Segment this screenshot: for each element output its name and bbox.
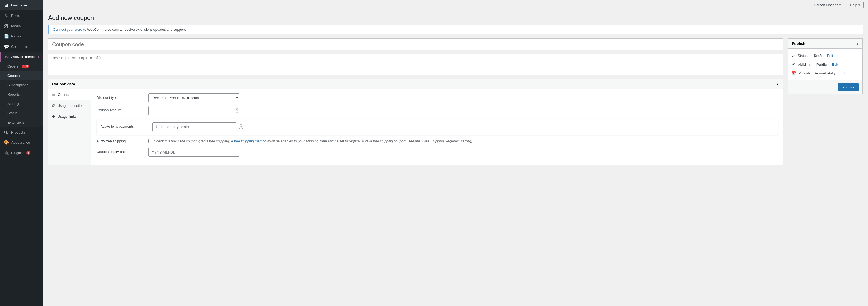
editor-main: Coupon data ▲ ☰ General ◎ Usag xyxy=(48,38,783,165)
publish-box-body: 🖊 Status: Draft Edit 👁 Visibility: Publi… xyxy=(788,48,862,80)
status-icon: 🖊 xyxy=(792,54,796,58)
coupon-data-title: Coupon data xyxy=(52,82,75,86)
plugins-badge: 1 xyxy=(27,151,31,155)
publish-collapse-arrow[interactable]: ▲ xyxy=(856,42,859,45)
discount-type-row: Discount type Percentage discount Fixed … xyxy=(96,94,778,102)
coupon-amount-help-icon: ? xyxy=(235,108,239,113)
sidebar-item-dashboard[interactable]: ⊞ Dashboard xyxy=(0,0,43,10)
products-icon: 🛍 xyxy=(4,130,8,135)
pages-icon: 📄 xyxy=(4,34,8,39)
coupon-amount-input[interactable]: 0 xyxy=(148,106,232,115)
free-shipping-method-link[interactable]: free shipping method xyxy=(234,139,266,143)
expiry-date-field xyxy=(148,148,239,157)
coupon-amount-field: 0 ? xyxy=(148,106,239,115)
sidebar-item-posts[interactable]: ✎ Posts xyxy=(0,10,43,21)
visibility-row: 👁 Visibility: Public Edit xyxy=(792,61,859,68)
sidebar-item-subscriptions[interactable]: Subscriptions xyxy=(0,80,43,90)
usage-restriction-tab-icon: ◎ xyxy=(52,103,55,108)
visibility-value: Public xyxy=(816,63,827,67)
visibility-edit-link[interactable]: Edit xyxy=(832,63,838,67)
content-wrap: Add new coupon Connect your store to Woo… xyxy=(43,10,868,306)
discount-type-field: Percentage discount Fixed cart discount … xyxy=(148,94,239,102)
status-label: Status: xyxy=(798,54,808,58)
general-tab-icon: ☰ xyxy=(52,92,56,97)
active-payments-label: Active for x payments xyxy=(100,122,149,129)
sidebar-item-coupons[interactable]: Coupons xyxy=(0,71,43,80)
free-shipping-row: Allow free shipping Check this box if th… xyxy=(96,139,778,144)
media-icon: 🖼 xyxy=(4,24,8,28)
active-payments-highlight: Active for x payments ? xyxy=(96,119,778,135)
help-chevron-icon: ▾ xyxy=(858,3,860,7)
sidebar-item-orders[interactable]: Orders 190 xyxy=(0,62,43,71)
free-shipping-checkbox[interactable] xyxy=(148,139,152,143)
publish-button[interactable]: Publish xyxy=(838,83,859,91)
woocommerce-icon: W xyxy=(5,55,8,59)
comments-icon: 💬 xyxy=(4,44,8,49)
publish-box-title: Publish xyxy=(792,41,805,46)
screen-options-chevron-icon: ▾ xyxy=(839,3,841,7)
connect-store-link[interactable]: Connect your store xyxy=(53,28,82,32)
sidebar-item-settings[interactable]: Settings xyxy=(0,99,43,108)
expiry-date-label: Coupon expiry date xyxy=(96,148,145,154)
visibility-icon: 👁 xyxy=(792,62,796,67)
coupon-data-header: Coupon data ▲ xyxy=(49,79,783,89)
tab-usage-limits[interactable]: ✚ Usage limits xyxy=(49,111,91,122)
store-notice: Connect your store to WooCommerce.com to… xyxy=(48,25,863,34)
coupon-panel: Discount type Percentage discount Fixed … xyxy=(91,89,783,165)
discount-type-select[interactable]: Percentage discount Fixed cart discount … xyxy=(148,94,239,102)
description-textarea[interactable] xyxy=(48,54,783,75)
main-content: Screen Options ▾ Help ▾ Add new coupon C… xyxy=(43,0,868,306)
publish-time-icon: 📅 xyxy=(792,71,796,75)
status-edit-link[interactable]: Edit xyxy=(827,54,833,58)
coupon-data-body: ☰ General ◎ Usage restriction ✚ Usage li… xyxy=(49,89,783,165)
publish-box-footer: Publish xyxy=(788,80,862,94)
sidebar-item-products[interactable]: 🛍 Products xyxy=(0,127,43,137)
description-wrapper xyxy=(48,54,783,76)
status-value: Draft xyxy=(814,54,822,58)
tab-usage-restriction[interactable]: ◎ Usage restriction xyxy=(49,100,91,111)
woocommerce-submenu: Orders 190 Coupons Subscriptions Reports… xyxy=(0,62,43,127)
active-payments-field: ? xyxy=(152,122,243,131)
sidebar-item-media[interactable]: 🖼 Media xyxy=(0,21,43,31)
sidebar-item-appearance[interactable]: 🎨 Appearance xyxy=(0,137,43,148)
sidebar-item-status[interactable]: Status xyxy=(0,108,43,118)
expiry-date-row: Coupon expiry date xyxy=(96,148,778,157)
sidebar-panel: Publish ▲ 🖊 Status: Draft Edit 👁 Visibil… xyxy=(788,38,863,94)
active-payments-input[interactable] xyxy=(152,122,237,131)
coupon-data-collapse-icon[interactable]: ▲ xyxy=(776,82,779,86)
publish-box-header: Publish ▲ xyxy=(788,39,862,48)
sidebar-item-reports[interactable]: Reports xyxy=(0,90,43,99)
free-shipping-label: Allow free shipping xyxy=(96,139,145,143)
coupon-amount-row: Coupon amount 0 ? xyxy=(96,106,778,115)
discount-type-label: Discount type xyxy=(96,94,145,100)
topbar: Screen Options ▾ Help ▾ xyxy=(43,0,868,10)
coupon-code-input[interactable] xyxy=(48,38,783,50)
sidebar: ⊞ Dashboard ✎ Posts 🖼 Media 📄 Pages 💬 Co… xyxy=(0,0,43,306)
coupon-code-wrapper xyxy=(48,38,783,50)
sidebar-item-extensions[interactable]: Extensions xyxy=(0,118,43,127)
active-payments-row: Active for x payments ? xyxy=(97,119,778,135)
screen-options-button[interactable]: Screen Options ▾ xyxy=(811,2,845,8)
sidebar-item-woocommerce[interactable]: W WooCommerce ◀ xyxy=(0,52,43,62)
help-button[interactable]: Help ▾ xyxy=(847,2,864,8)
page-title: Add new coupon xyxy=(48,14,863,22)
visibility-label: Visibility: xyxy=(798,63,811,67)
coupon-amount-label: Coupon amount xyxy=(96,106,145,112)
expiry-date-input[interactable] xyxy=(148,148,239,157)
tab-general[interactable]: ☰ General xyxy=(49,89,91,100)
dashboard-icon: ⊞ xyxy=(4,3,8,8)
status-row: 🖊 Status: Draft Edit xyxy=(792,52,859,59)
active-payments-help-icon: ? xyxy=(239,125,243,129)
sidebar-item-comments[interactable]: 💬 Comments xyxy=(0,41,43,52)
orders-badge: 190 xyxy=(22,65,29,68)
publish-time-edit-link[interactable]: Edit xyxy=(840,71,846,75)
publish-time-row: 📅 Publish immediately Edit xyxy=(792,69,859,77)
editor-layout: Coupon data ▲ ☰ General ◎ Usag xyxy=(48,38,863,165)
woocommerce-collapse-arrow: ◀ xyxy=(37,55,39,58)
sidebar-item-pages[interactable]: 📄 Pages xyxy=(0,31,43,41)
publish-divider-2 xyxy=(792,69,859,69)
free-shipping-field: Check this box if the coupon grants free… xyxy=(148,139,473,144)
free-shipping-description: Check this box if the coupon grants free… xyxy=(154,139,473,144)
coupon-tabs: ☰ General ◎ Usage restriction ✚ Usage li… xyxy=(49,89,91,165)
sidebar-item-plugins[interactable]: 🔌 Plugins 1 xyxy=(0,148,43,158)
